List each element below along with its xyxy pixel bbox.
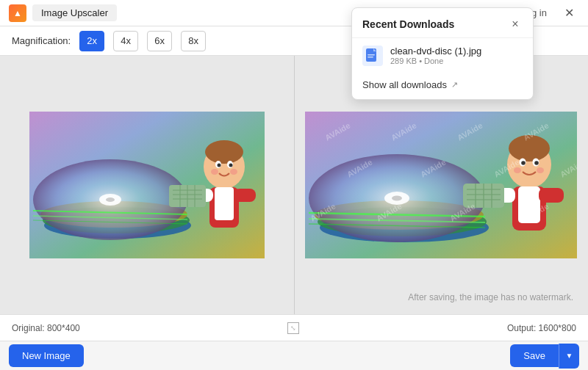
svg-rect-19 (215, 187, 234, 220)
popup-header: Recent Downloads × (352, 8, 533, 38)
magnification-label: Magnification: (12, 35, 71, 46)
svg-point-35 (392, 196, 402, 201)
close-button[interactable]: ✕ (559, 3, 579, 23)
svg-rect-21 (234, 189, 256, 202)
mag-6x-button[interactable]: 6x (147, 31, 172, 51)
svg-rect-72 (368, 54, 375, 56)
svg-point-46 (537, 167, 544, 173)
svg-point-44 (534, 161, 539, 165)
svg-point-14 (217, 164, 220, 167)
file-meta: 289 KB • Done (390, 57, 481, 65)
svg-rect-73 (368, 57, 373, 58)
show-all-downloads-link[interactable]: Show all downloads (362, 79, 447, 90)
output-image: AVAide AVAide AVAide AVAide AVAide AVAid… (305, 112, 577, 258)
recent-downloads-popup: Recent Downloads × clean-dvd-disc (1).jp… (351, 7, 534, 100)
svg-point-17 (230, 169, 237, 175)
chevron-down-icon: ▼ (566, 352, 573, 360)
app-logo: ▲ (9, 4, 26, 22)
tab-image-upscaler[interactable]: Image Upscaler (32, 4, 117, 21)
mag-2x-button[interactable]: 2x (79, 31, 104, 51)
svg-rect-50 (539, 188, 564, 203)
save-dropdown-button[interactable]: ▼ (559, 344, 579, 369)
file-info: clean-dvd-disc (1).jpg 289 KB • Done (390, 46, 481, 65)
svg-point-15 (229, 164, 232, 167)
mag-8x-button[interactable]: 8x (181, 31, 206, 51)
original-image-panel (0, 56, 294, 314)
mag-4x-button[interactable]: 4x (113, 31, 138, 51)
svg-point-16 (211, 169, 218, 175)
original-size-label: Original: 800*400 (12, 323, 80, 333)
external-link-icon[interactable]: ↗ (451, 80, 458, 90)
popup-title: Recent Downloads (362, 18, 454, 30)
svg-point-11 (205, 140, 243, 164)
svg-point-43 (521, 161, 526, 165)
file-name: clean-dvd-disc (1).jpg (390, 46, 481, 57)
original-image (29, 112, 265, 258)
popup-close-button[interactable]: × (508, 17, 523, 32)
resize-icon: ⤡ (287, 322, 299, 334)
save-group: Save ▼ (510, 344, 579, 369)
status-bar: Original: 800*400 ⤡ Output: 1600*800 (0, 314, 588, 341)
new-image-button[interactable]: New Image (9, 344, 84, 367)
save-button[interactable]: Save (510, 344, 559, 367)
popup-footer: Show all downloads ↗ (352, 73, 533, 99)
file-icon (362, 46, 383, 66)
download-item: clean-dvd-disc (1).jpg 289 KB • Done (352, 38, 533, 73)
output-size-label: Output: 1600*800 (507, 323, 576, 333)
after-saving-note: After saving, the image has no watermark… (408, 292, 573, 302)
svg-point-6 (106, 197, 115, 202)
bottom-bar: New Image Save ▼ (0, 341, 588, 370)
